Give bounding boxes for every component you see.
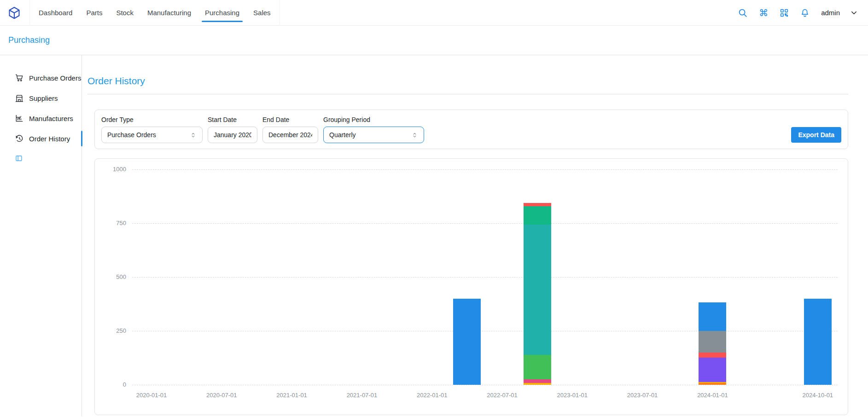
sidebar-collapse-button[interactable] xyxy=(15,154,23,162)
x-axis-tick-label: 2022-07-01 xyxy=(472,392,532,399)
x-axis-tick-label: 2023-01-01 xyxy=(542,392,603,399)
qr-code-icon xyxy=(779,8,789,18)
start-date-label: Start Date xyxy=(208,116,257,123)
bar-segment[interactable] xyxy=(699,383,726,385)
main-nav-tabs: Dashboard Parts Stock Manufacturing Purc… xyxy=(29,0,280,26)
sidebar-item-manufacturers[interactable]: Manufacturers xyxy=(0,108,82,128)
gridline xyxy=(132,385,838,385)
y-axis-tick-label: 750 xyxy=(103,220,126,226)
x-axis-tick-label: 2024-10-01 xyxy=(787,392,848,399)
bar-segment[interactable] xyxy=(524,379,551,383)
page-title: Order History xyxy=(87,75,848,87)
shopping-cart-icon xyxy=(15,73,24,82)
tab-label: Parts xyxy=(86,9,102,17)
notifications-button[interactable] xyxy=(799,7,810,18)
grouping-period-label: Grouping Period xyxy=(323,116,424,123)
y-axis-tick-label: 1000 xyxy=(103,166,126,173)
gridline xyxy=(132,277,838,278)
tab-parts[interactable]: Parts xyxy=(79,0,109,26)
inventree-logo-icon xyxy=(7,6,21,20)
chevron-down-icon xyxy=(850,8,858,17)
title-divider xyxy=(87,94,848,94)
x-axis-tick-label: 2023-07-01 xyxy=(612,392,673,399)
bar-segment[interactable] xyxy=(699,358,726,382)
gridline xyxy=(132,169,838,170)
bar-segment[interactable] xyxy=(804,299,832,385)
bar-segment[interactable] xyxy=(699,331,726,353)
search-icon xyxy=(738,8,748,18)
y-axis-tick-label: 0 xyxy=(103,381,126,388)
y-axis-tick-label: 500 xyxy=(103,273,126,280)
bar-segment[interactable] xyxy=(699,353,726,358)
user-menu-button[interactable] xyxy=(850,8,859,17)
order-history-chart: 025050075010002020-01-012020-07-012021-0… xyxy=(95,159,848,415)
sidebar-item-purchase-orders[interactable]: Purchase Orders xyxy=(0,68,82,88)
sidebar-item-label: Suppliers xyxy=(29,94,58,102)
breadcrumb-item-purchasing[interactable]: Purchasing xyxy=(8,35,50,45)
top-navbar: Dashboard Parts Stock Manufacturing Purc… xyxy=(0,0,868,26)
chevron-updown-icon xyxy=(190,132,197,139)
app-body: Purchase Orders Suppliers Manufacturers xyxy=(0,55,868,417)
tab-sales[interactable]: Sales xyxy=(246,0,278,26)
command-icon: ⌘ xyxy=(759,8,768,17)
grouping-period-group: Grouping Period Quarterly xyxy=(323,116,424,143)
bar-segment[interactable] xyxy=(524,225,551,355)
tab-manufacturing[interactable]: Manufacturing xyxy=(140,0,198,26)
x-axis-tick-label: 2021-01-01 xyxy=(262,392,322,399)
end-date-label: End Date xyxy=(262,116,318,123)
bar-segment[interactable] xyxy=(453,299,481,385)
breadcrumb: Purchasing xyxy=(0,26,868,55)
tab-label: Dashboard xyxy=(39,9,72,17)
sidebar-item-order-history[interactable]: Order History xyxy=(0,128,82,149)
command-palette-button[interactable]: ⌘ xyxy=(758,7,769,18)
bar-segment[interactable] xyxy=(524,355,551,379)
gridline xyxy=(132,223,838,224)
bell-icon xyxy=(800,8,810,18)
sidebar-item-label: Manufacturers xyxy=(29,115,73,122)
grouping-period-value: Quarterly xyxy=(329,131,356,139)
history-icon xyxy=(15,134,24,143)
bar-segment[interactable] xyxy=(699,302,726,330)
tab-label: Sales xyxy=(253,9,271,17)
tab-dashboard[interactable]: Dashboard xyxy=(32,0,79,26)
filter-card: Order Type Purchase Orders Start Date xyxy=(94,110,848,149)
chevron-updown-icon xyxy=(411,132,418,139)
order-type-select[interactable]: Purchase Orders xyxy=(101,127,203,143)
grouping-period-select[interactable]: Quarterly xyxy=(323,127,424,143)
export-data-button[interactable]: Export Data xyxy=(791,127,841,143)
x-axis-tick-label: 2020-07-01 xyxy=(191,392,252,399)
building-store-icon xyxy=(15,93,24,103)
order-type-value: Purchase Orders xyxy=(107,131,156,139)
y-axis-tick-label: 250 xyxy=(103,327,126,334)
tab-purchasing[interactable]: Purchasing xyxy=(198,0,246,26)
home-logo-button[interactable] xyxy=(6,5,22,21)
tab-label: Manufacturing xyxy=(147,9,191,17)
end-date-input[interactable] xyxy=(262,127,318,143)
sidebar-item-label: Order History xyxy=(29,135,70,143)
panel-left-icon xyxy=(15,154,23,162)
order-type-group: Order Type Purchase Orders xyxy=(101,116,203,143)
order-type-label: Order Type xyxy=(101,116,203,123)
main-content: Order History Order Type Purchase Orders xyxy=(82,55,868,417)
tab-label: Purchasing xyxy=(205,9,239,17)
end-date-group: End Date xyxy=(262,116,318,143)
start-date-input[interactable] xyxy=(208,127,257,143)
bar-segment[interactable] xyxy=(699,382,726,383)
x-axis-tick-label: 2022-01-01 xyxy=(402,392,462,399)
x-axis-tick-label: 2020-01-01 xyxy=(121,392,182,399)
gridline xyxy=(132,331,838,331)
bar-segment[interactable] xyxy=(524,383,551,385)
start-date-group: Start Date xyxy=(208,116,257,143)
sidebar-item-suppliers[interactable]: Suppliers xyxy=(0,88,82,108)
x-axis-tick-label: 2021-07-01 xyxy=(332,392,392,399)
chart-card: 025050075010002020-01-012020-07-012021-0… xyxy=(94,158,848,415)
tab-stock[interactable]: Stock xyxy=(109,0,140,26)
barcode-scan-button[interactable] xyxy=(779,7,790,18)
bar-segment[interactable] xyxy=(524,206,551,225)
tab-label: Stock xyxy=(116,9,134,17)
x-axis-tick-label: 2024-01-01 xyxy=(682,392,743,399)
search-button[interactable] xyxy=(737,7,748,18)
username-label: admin xyxy=(821,9,840,17)
bar-segment[interactable] xyxy=(524,203,551,206)
purchasing-sidebar: Purchase Orders Suppliers Manufacturers xyxy=(0,55,82,417)
